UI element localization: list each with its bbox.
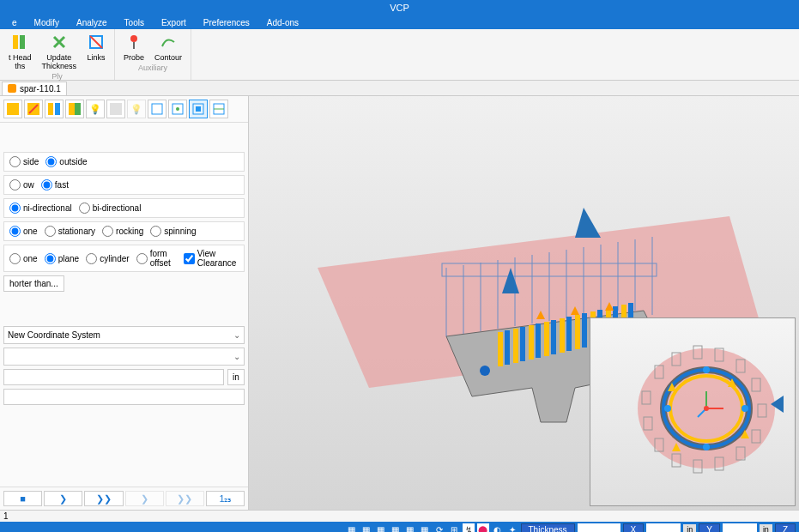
ribbon-group-auxiliary: Probe Contour Auxiliary <box>115 29 191 80</box>
refresh-icon[interactable]: ⟳ <box>433 523 445 532</box>
view-icon-2[interactable]: ▦ <box>360 523 372 532</box>
view-icon-1[interactable]: ▦ <box>346 523 358 532</box>
tool-view-4[interactable] <box>209 100 228 118</box>
svg-rect-9 <box>55 103 60 115</box>
menu-tools[interactable]: Tools <box>116 18 153 27</box>
check-view-clearance[interactable]: View Clearance <box>184 249 239 268</box>
tool-bulb-on[interactable]: 💡 <box>86 100 105 118</box>
ribbon-contour[interactable]: Contour <box>149 31 187 63</box>
menu-addons[interactable]: Add-ons <box>258 18 307 27</box>
svg-rect-12 <box>110 103 122 115</box>
clearance-option: one plane cylinder form offset View Clea… <box>3 245 245 272</box>
head-icon <box>10 33 29 51</box>
chevron-down-icon: ⌄ <box>233 330 240 340</box>
speed-option: ow fast <box>3 175 245 195</box>
sidebar-panel: 💡 💡 side outside ow fast ni-directional … <box>0 96 249 510</box>
svg-point-80 <box>703 366 710 373</box>
radio-cylinder[interactable]: cylinder <box>86 253 129 264</box>
tool-icon-b[interactable]: ◐ <box>492 523 504 532</box>
document-tab[interactable]: spar-110.1 <box>2 82 67 95</box>
tool-icon-c[interactable]: ✦ <box>506 523 518 532</box>
unit-label: in <box>227 369 245 385</box>
radio-outside[interactable]: outside <box>45 156 87 167</box>
x-input[interactable] <box>646 523 681 532</box>
nav-stop[interactable]: ■ <box>3 491 42 506</box>
z-button[interactable]: Z <box>775 523 796 533</box>
view-icon-5[interactable]: ▦ <box>404 523 416 532</box>
tab-label: spar-110.1 <box>20 84 61 94</box>
svg-rect-5 <box>7 103 19 115</box>
tool-view-3[interactable] <box>189 100 208 118</box>
svg-rect-17 <box>196 106 201 112</box>
tool-bulb-off[interactable]: 💡 <box>127 100 146 118</box>
menu-modify[interactable]: Modify <box>26 18 68 27</box>
ribbon-probe[interactable]: Probe <box>118 31 149 63</box>
radio-none[interactable]: one <box>9 226 38 237</box>
cone-icon <box>575 208 601 238</box>
view-icon-4[interactable]: ▦ <box>390 523 402 532</box>
x-button[interactable]: X <box>623 523 645 533</box>
coord-system-dropdown[interactable]: New Coordinate System⌄ <box>3 326 245 344</box>
value-input[interactable] <box>3 369 224 385</box>
y-button[interactable]: Y <box>699 523 720 533</box>
radio-slow[interactable]: ow <box>9 179 34 190</box>
radio-none2[interactable]: one <box>9 253 38 264</box>
shorter-than-button[interactable]: horter than... <box>3 275 64 292</box>
options-panel: side outside ow fast ni-directional bi-d… <box>0 123 248 487</box>
radio-stationary[interactable]: stationary <box>45 226 95 237</box>
value-input-2[interactable] <box>3 389 245 405</box>
y-input[interactable] <box>723 523 757 532</box>
radio-bi[interactable]: bi-directional <box>79 203 142 214</box>
blank-dropdown[interactable]: ⌄ <box>3 348 245 366</box>
svg-rect-41 <box>551 320 556 354</box>
nav-123[interactable]: 1₂₃ <box>206 491 245 506</box>
svg-rect-10 <box>69 103 75 115</box>
svg-point-87 <box>704 406 709 411</box>
menu-analyze[interactable]: Analyze <box>68 18 116 27</box>
ribbon-head-paths[interactable]: t Head ths <box>3 31 37 72</box>
grid-icon[interactable]: ⊞ <box>448 523 460 532</box>
side-option: side outside <box>3 152 245 172</box>
radio-fast[interactable]: fast <box>41 179 69 190</box>
nav-step2[interactable]: ❯ <box>125 491 164 506</box>
axis-icon[interactable]: ↯ <box>463 523 475 532</box>
radio-uni[interactable]: ni-directional <box>9 203 72 214</box>
tool-6[interactable] <box>106 100 125 118</box>
menu-export[interactable]: Export <box>153 18 195 27</box>
thickness-button[interactable]: Thickness <box>521 523 575 533</box>
tool-icon-a[interactable]: ⬤ <box>477 523 489 532</box>
title-bar: VCP <box>0 0 799 15</box>
radio-formoffset[interactable]: form offset <box>136 249 177 268</box>
tool-2[interactable] <box>24 100 43 118</box>
3d-viewport[interactable] <box>249 96 799 510</box>
svg-rect-11 <box>75 103 81 115</box>
inset-viewport[interactable] <box>590 317 796 506</box>
value-input-row-2 <box>3 389 245 405</box>
nav-play[interactable]: ❯❯ <box>84 491 123 506</box>
radio-rocking[interactable]: rocking <box>102 226 143 237</box>
tool-view-2[interactable] <box>168 100 187 118</box>
tool-3[interactable] <box>45 100 64 118</box>
thickness-input[interactable] <box>578 523 620 532</box>
tool-1[interactable] <box>3 100 22 118</box>
svg-rect-34 <box>498 332 503 366</box>
ribbon-update-thickness[interactable]: Update Thickness <box>37 31 82 72</box>
ribbon-links[interactable]: Links <box>82 31 111 72</box>
nav-ff[interactable]: ❯❯ <box>166 491 204 506</box>
svg-rect-37 <box>520 327 525 361</box>
view-icon-3[interactable]: ▦ <box>375 523 387 532</box>
radio-spinning[interactable]: spinning <box>150 226 196 237</box>
svg-rect-1 <box>20 35 25 49</box>
view-icon-6[interactable]: ▦ <box>419 523 431 532</box>
unit-label: in <box>760 524 772 532</box>
tool-4[interactable] <box>65 100 84 118</box>
radio-side[interactable]: side <box>9 156 39 167</box>
tool-view-1[interactable] <box>148 100 166 118</box>
bottom-bar: ▦ ▦ ▦ ▦ ▦ ▦ ⟳ ⊞ ↯ ⬤ ◐ ✦ Thickness X in Y… <box>0 522 799 532</box>
menu-file[interactable]: e <box>3 18 26 27</box>
value-input-row: in <box>3 369 245 385</box>
menu-preferences[interactable]: Preferences <box>195 18 258 27</box>
radio-plane[interactable]: plane <box>45 253 79 264</box>
nav-step[interactable]: ❯ <box>44 491 82 506</box>
ribbon-group-ply: t Head ths Update Thickness Links Ply <box>0 29 115 80</box>
